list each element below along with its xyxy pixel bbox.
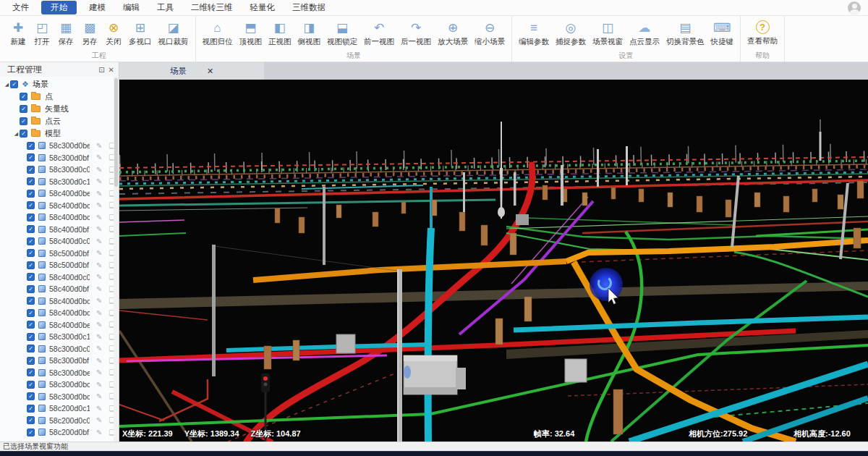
checkbox-checked[interactable]: ✓	[27, 405, 35, 413]
model-tree-item[interactable]: ✓ 58c300d0bc ✎ ❏	[0, 379, 119, 391]
model-tree-item[interactable]: ✓ 58c200d0c1 ✎ ❏	[0, 402, 119, 415]
panel-close-icon[interactable]: ✕	[109, 66, 114, 74]
checkbox-checked[interactable]: ✓	[27, 166, 35, 174]
caret-expanded-icon[interactable]: ◢	[4, 82, 10, 88]
checkbox-checked[interactable]: ✓	[20, 117, 27, 125]
edit-icon[interactable]: ✎	[96, 273, 102, 281]
edit-icon[interactable]: ✎	[96, 416, 102, 424]
checkbox-checked[interactable]: ✓	[27, 214, 35, 221]
checkbox-checked[interactable]: ✓	[27, 249, 35, 257]
edit-icon[interactable]: ✎	[96, 333, 102, 341]
checkbox-checked[interactable]: ✓	[27, 190, 35, 198]
menu-item[interactable]: 编辑	[118, 1, 145, 14]
ribbon-button[interactable]: ⬓ 视图锁定	[325, 17, 359, 48]
tree-item-points[interactable]: ✓ 点	[0, 90, 119, 103]
checkbox-checked[interactable]: ✓	[27, 392, 35, 400]
edit-icon[interactable]: ✎	[96, 249, 102, 257]
dock-pin-icon[interactable]: ⊡	[98, 66, 104, 74]
model-tree-item[interactable]: ✓ 58c400d0c0 ✎ ❏	[0, 271, 119, 284]
edit-icon[interactable]: ✎	[96, 392, 102, 400]
tree-item-models[interactable]: ◢ ✓ 模型	[0, 127, 119, 140]
model-tree-item[interactable]: ✓ 58c400d0bf ✎ ❏	[0, 224, 119, 236]
ribbon-button[interactable]: ◎ 捕捉参数	[553, 17, 588, 48]
checkbox-checked[interactable]: ✓	[27, 201, 35, 209]
edit-icon[interactable]: ✎	[96, 201, 102, 209]
checkbox-checked[interactable]: ✓	[27, 333, 35, 341]
scene-3d-viewport[interactable]: X坐标: 221.39 Y坐标: 1389.34 Z坐标: 104.87 帧率:…	[119, 80, 868, 442]
checkbox-checked[interactable]: ✓	[27, 285, 35, 293]
checkbox-checked[interactable]: ✓	[27, 357, 35, 365]
checkbox-checked[interactable]: ✓	[27, 177, 35, 185]
ribbon-button[interactable]: ◪ 视口裁剪	[156, 17, 191, 48]
checkbox-checked[interactable]: ✓	[27, 345, 35, 352]
edit-icon[interactable]: ✎	[96, 405, 102, 413]
checkbox-checked[interactable]: ✓	[27, 428, 35, 436]
user-avatar-icon[interactable]	[848, 1, 861, 14]
model-tree-item[interactable]: ✓ 58c300d0bf ✎ ❏	[0, 355, 119, 367]
ribbon-button[interactable]: ▩ 另存	[79, 17, 101, 48]
checkbox-checked[interactable]: ✓	[20, 130, 27, 138]
edit-icon[interactable]: ✎	[96, 357, 102, 365]
tree-item-scene[interactable]: ◢ ✓ ❖ 场景	[0, 78, 119, 90]
scrollbar-thumb[interactable]	[114, 78, 118, 187]
checkbox-checked[interactable]: ✓	[27, 225, 35, 233]
edit-icon[interactable]: ✎	[96, 381, 102, 389]
model-tree-item[interactable]: ✓ 58c300d0be ✎ ❏	[0, 367, 119, 379]
model-tree-item[interactable]: ✓ 58c300d0bf ✎ ❏	[0, 152, 119, 164]
edit-icon[interactable]: ✎	[96, 237, 102, 245]
ribbon-button[interactable]: ⊖ 缩小场景	[472, 17, 507, 48]
edit-icon[interactable]: ✎	[96, 368, 102, 376]
checkbox-checked[interactable]: ✓	[27, 297, 35, 305]
model-tree-item[interactable]: ✓ 58c400d0bf ✎ ❏	[0, 283, 119, 295]
edit-icon[interactable]: ✎	[96, 285, 102, 293]
caret-expanded-icon[interactable]: ◢	[13, 131, 20, 137]
tab-close-icon[interactable]: ✕	[207, 67, 213, 76]
ribbon-button[interactable]: ⌂ 视图归位	[200, 17, 235, 48]
tree-item-vector-lines[interactable]: ✓ 矢量线	[0, 103, 119, 115]
model-tree-item[interactable]: ✓ 58c300d0be ✎ ❏	[0, 140, 119, 152]
ribbon-button[interactable]: ▦ 保存	[55, 17, 77, 48]
checkbox-checked[interactable]: ✓	[27, 237, 35, 245]
model-tree-item[interactable]: ✓ 58c300d0bc ✎ ❏	[0, 391, 119, 403]
checkbox-checked[interactable]: ✓	[27, 261, 35, 269]
model-tree-item[interactable]: ✓ 58c300d0c0 ✎ ❏	[0, 343, 119, 355]
checkbox-checked[interactable]: ✓	[27, 142, 35, 150]
checkbox-checked[interactable]: ✓	[27, 381, 35, 389]
ribbon-button[interactable]: ⊗ 关闭	[103, 17, 124, 48]
menu-item[interactable]: 二维转三维	[186, 1, 238, 14]
checkbox-checked[interactable]: ✓	[27, 321, 35, 329]
menu-item[interactable]: 轻量化	[245, 1, 281, 14]
checkbox-checked[interactable]: ✓	[20, 93, 27, 101]
tree-item-point-cloud[interactable]: ✓ 点云	[0, 115, 119, 127]
model-tree-item[interactable]: ✓ 58c400d0c0 ✎ ❏	[0, 235, 119, 248]
checkbox-checked[interactable]: ✓	[10, 80, 18, 88]
menu-item[interactable]: 开始	[41, 1, 77, 14]
tab-scene[interactable]: 场景 ✕	[119, 62, 264, 80]
model-tree-item[interactable]: ✓ 58c500d0bf ✎ ❏	[0, 248, 119, 260]
model-tree-item[interactable]: ✓ 58c400d0bc ✎ ❏	[0, 200, 119, 212]
ribbon-button[interactable]: ⬒ 顶视图	[237, 17, 265, 48]
model-tree-item[interactable]: ✓ 58c400d0be ✎ ❏	[0, 319, 119, 332]
model-tree-item[interactable]: ✓ 58c400d0bc ✎ ❏	[0, 307, 119, 319]
edit-icon[interactable]: ✎	[96, 153, 102, 161]
ribbon-button[interactable]: ? 查看帮助	[745, 17, 780, 48]
ribbon-button[interactable]: ↷ 后一视图	[399, 17, 433, 48]
edit-icon[interactable]: ✎	[96, 309, 102, 317]
model-tree-item[interactable]: ✓ 58c200d0bf ✎ ❏	[0, 426, 119, 439]
model-tree-item[interactable]: ✓ 58c300d0c1 ✎ ❏	[0, 176, 119, 188]
ribbon-button[interactable]: ⌨ 快捷键	[709, 17, 736, 48]
ribbon-button[interactable]: ◫ 场景视窗	[590, 17, 625, 48]
edit-icon[interactable]: ✎	[96, 321, 102, 329]
checkbox-checked[interactable]: ✓	[27, 153, 35, 161]
edit-icon[interactable]: ✎	[96, 166, 102, 174]
menu-item[interactable]: 三维数据	[287, 1, 331, 14]
edit-icon[interactable]: ✎	[96, 225, 102, 233]
edit-icon[interactable]: ✎	[96, 345, 102, 352]
selection-marker[interactable]	[590, 268, 623, 301]
model-tree-item[interactable]: ✓ 58c400d0be ✎ ❏	[0, 187, 119, 200]
ribbon-button[interactable]: ◨ 侧视图	[296, 17, 323, 48]
checkbox-checked[interactable]: ✓	[27, 416, 35, 424]
checkbox-checked[interactable]: ✓	[27, 368, 35, 376]
menu-item[interactable]: 建模	[84, 1, 111, 14]
edit-icon[interactable]: ✎	[96, 297, 102, 305]
